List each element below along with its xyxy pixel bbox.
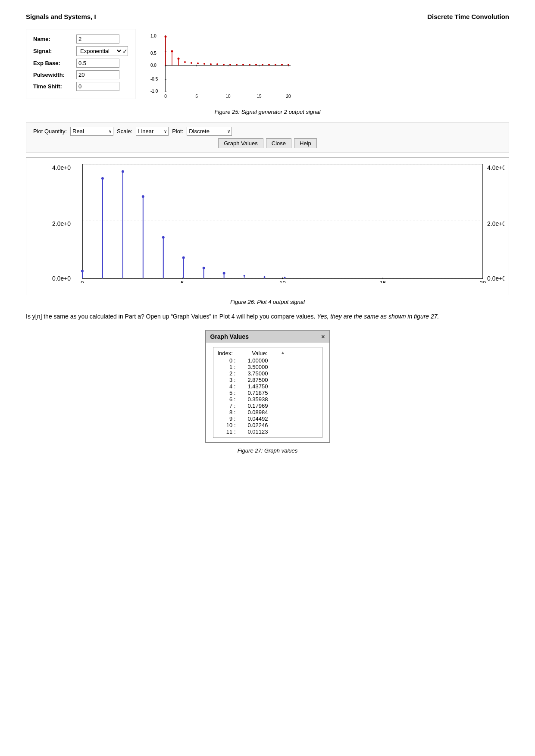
row-value: 2.87500 bbox=[248, 377, 268, 383]
plot-controls: Plot Quantity: Real Imaginary Magnitude … bbox=[26, 122, 509, 153]
dialog-close-button[interactable]: × bbox=[321, 333, 325, 340]
svg-point-23 bbox=[165, 36, 167, 38]
dialog-header: Graph Values × bbox=[206, 331, 329, 343]
row-value: 0.01123 bbox=[248, 428, 268, 435]
signal-form: Name: Signal: Exponential Impulse Step S… bbox=[26, 29, 135, 99]
row-value: 0.02246 bbox=[248, 422, 268, 428]
row-index: 1 : bbox=[218, 364, 239, 370]
svg-point-85 bbox=[244, 275, 245, 277]
svg-text:20: 20 bbox=[480, 280, 486, 283]
mini-plot: 1.0 0.5 0.0 -0.5 -1.0 0 5 10 15 20 bbox=[148, 31, 295, 104]
row-index: 10 : bbox=[218, 422, 239, 428]
table-row: 5 :0.71875 bbox=[218, 390, 318, 396]
dialog-body: Index: Value: ▲ 0 :1.000001 :3.500002 :3… bbox=[206, 343, 329, 442]
svg-text:15: 15 bbox=[380, 280, 386, 283]
svg-point-40 bbox=[262, 64, 263, 66]
svg-text:4.0e+0: 4.0e+0 bbox=[52, 164, 71, 171]
signal-select-arrow: ✓ bbox=[122, 48, 128, 55]
row-value: 1.00000 bbox=[248, 357, 268, 364]
row-index: 11 : bbox=[218, 428, 239, 435]
row-index: 6 : bbox=[218, 396, 239, 403]
quantity-label: Plot Quantity: bbox=[33, 128, 67, 134]
plot-label: Plot: bbox=[172, 128, 183, 134]
signal-select-wrapper[interactable]: Exponential Impulse Step Sinusoid ✓ bbox=[76, 46, 128, 56]
expbase-label: Exp Base: bbox=[33, 60, 76, 66]
svg-text:20: 20 bbox=[286, 94, 291, 99]
row-value: 0.35938 bbox=[248, 396, 268, 403]
pulsewidth-input[interactable] bbox=[76, 70, 119, 79]
svg-point-43 bbox=[281, 64, 283, 66]
name-input[interactable] bbox=[76, 34, 119, 44]
table-row: 7 :0.17969 bbox=[218, 403, 318, 409]
row-index: 4 : bbox=[218, 383, 239, 390]
close-button[interactable]: Close bbox=[266, 138, 291, 148]
svg-point-83 bbox=[223, 272, 225, 275]
svg-point-37 bbox=[242, 64, 244, 66]
body-text-italic: Yes, they are the same as shown in figur… bbox=[317, 313, 439, 320]
svg-point-30 bbox=[197, 62, 199, 64]
header-left: Signals and Systems, I bbox=[26, 13, 96, 20]
table-row: 9 :0.04492 bbox=[218, 415, 318, 422]
signal-select[interactable]: Exponential Impulse Step Sinusoid bbox=[77, 47, 122, 56]
svg-point-89 bbox=[284, 277, 285, 278]
svg-text:15: 15 bbox=[257, 94, 262, 99]
body-text: Is y[n] the same as you calculated in Pa… bbox=[26, 312, 509, 321]
form-row-name: Name: bbox=[33, 34, 128, 44]
row-value: 0.17969 bbox=[248, 403, 268, 409]
pulsewidth-label: Pulsewidth: bbox=[33, 72, 76, 78]
plot-select[interactable]: Discrete Continuous bbox=[187, 127, 226, 135]
row-index: 8 : bbox=[218, 409, 239, 415]
table-row: 8 :0.08984 bbox=[218, 409, 318, 415]
quantity-arrow: ∨ bbox=[107, 129, 113, 134]
name-label: Name: bbox=[33, 36, 76, 42]
signal-label: Signal: bbox=[33, 48, 76, 54]
svg-text:2.0e+0: 2.0e+0 bbox=[52, 220, 71, 227]
svg-point-36 bbox=[236, 64, 238, 66]
values-table[interactable]: Index: Value: ▲ 0 :1.000001 :3.500002 :3… bbox=[213, 347, 322, 438]
svg-point-38 bbox=[249, 64, 250, 66]
row-index: 5 : bbox=[218, 390, 239, 396]
graph-values-button[interactable]: Graph Values bbox=[218, 138, 263, 148]
row-value: 3.75000 bbox=[248, 370, 268, 377]
svg-point-77 bbox=[162, 236, 165, 239]
svg-text:0: 0 bbox=[81, 280, 84, 283]
svg-text:-0.5: -0.5 bbox=[150, 77, 158, 81]
figure25-caption: Figure 25: Signal generator 2 output sig… bbox=[26, 109, 509, 115]
table-row: 1 :3.50000 bbox=[218, 364, 318, 370]
svg-point-73 bbox=[122, 170, 124, 173]
row-index: 3 : bbox=[218, 377, 239, 383]
row-value: 3.50000 bbox=[248, 364, 268, 370]
plot-arrow: ∨ bbox=[226, 129, 232, 134]
svg-point-27 bbox=[178, 58, 180, 60]
row-index: 7 : bbox=[218, 403, 239, 409]
form-row-pulsewidth: Pulsewidth: bbox=[33, 70, 128, 79]
header-right: Discrete Time Convolution bbox=[427, 13, 509, 20]
svg-text:5: 5 bbox=[195, 94, 198, 99]
table-row: 4 :1.43750 bbox=[218, 383, 318, 390]
svg-text:10: 10 bbox=[225, 94, 231, 99]
scale-select[interactable]: Linear Log bbox=[136, 127, 163, 135]
dialog-title: Graph Values bbox=[210, 333, 249, 340]
main-plot-svg: 4.0e+0 2.0e+0 0.0e+0 4.0e+0 2.0e+0 0.0e+… bbox=[52, 162, 504, 283]
row-value: 0.08984 bbox=[248, 409, 268, 415]
quantity-select-wrap[interactable]: Real Imaginary Magnitude Phase ∨ bbox=[70, 127, 113, 136]
graph-values-dialog: Graph Values × Index: Value: ▲ 0 :1.0000… bbox=[205, 330, 330, 443]
help-button[interactable]: Help bbox=[294, 138, 317, 148]
scale-select-wrap[interactable]: Linear Log ∨ bbox=[136, 127, 169, 136]
scale-label: Scale: bbox=[117, 128, 132, 134]
expbase-input[interactable] bbox=[76, 59, 119, 68]
signal-gen-section: Name: Signal: Exponential Impulse Step S… bbox=[26, 29, 509, 104]
svg-point-32 bbox=[210, 63, 212, 65]
svg-point-69 bbox=[81, 270, 84, 272]
plot-select-wrap[interactable]: Discrete Continuous ∨ bbox=[187, 127, 232, 136]
table-row: 10 :0.02246 bbox=[218, 422, 318, 428]
quantity-select[interactable]: Real Imaginary Magnitude Phase bbox=[71, 127, 107, 135]
timeshift-input[interactable] bbox=[76, 82, 119, 91]
svg-point-87 bbox=[264, 276, 266, 278]
svg-text:0.0e+0: 0.0e+0 bbox=[487, 275, 504, 282]
page-header: Signals and Systems, I Discrete Time Con… bbox=[26, 13, 509, 20]
svg-point-44 bbox=[288, 64, 289, 66]
table-row: 2 :3.75000 bbox=[218, 370, 318, 377]
svg-text:2.0e+0: 2.0e+0 bbox=[487, 220, 504, 227]
scroll-indicator: ▲ bbox=[280, 350, 285, 356]
